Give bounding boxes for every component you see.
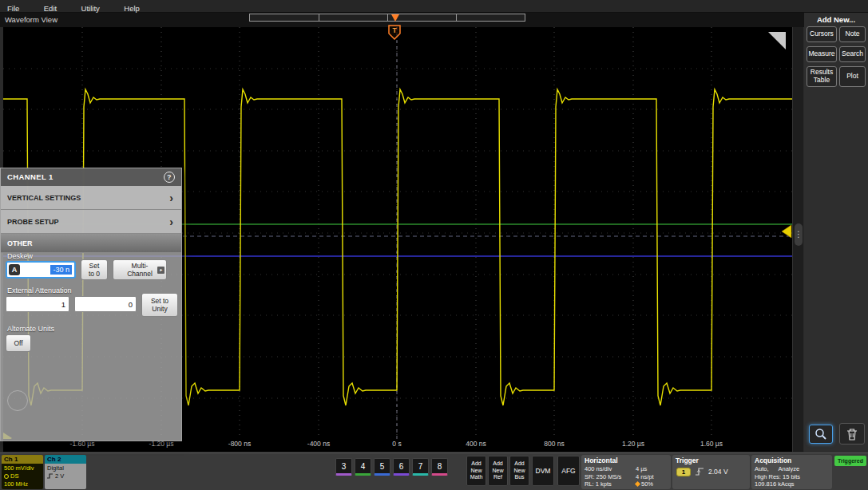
menu-utility[interactable]: Utility (81, 2, 100, 13)
add-math-l2: New (470, 468, 482, 475)
set-to-unity-label-1: Set to (151, 297, 168, 305)
ch2-threshold-row: 2 V (47, 472, 86, 480)
channel-5-button[interactable]: 5 (374, 458, 390, 476)
help-icon[interactable]: ? (164, 172, 175, 183)
waveform-view-title: Waveform View (5, 15, 57, 24)
horizontal-scale: 400 ns/div (585, 465, 636, 473)
vertical-settings-label: VERTICAL SETTINGS (7, 194, 81, 202)
set-to-zero-label-2: to 0 (89, 270, 100, 278)
attenuation-ratio-input[interactable] (6, 296, 69, 312)
add-new-math-button[interactable]: Add New Math (466, 456, 486, 486)
multi-channel-label-1: Multi- (132, 262, 149, 270)
chevron-right-icon: › (169, 210, 173, 234)
ch2-threshold: 2 V (55, 472, 64, 480)
set-to-unity-button[interactable]: Set to Unity (141, 293, 178, 317)
vertical-settings-row[interactable]: VERTICAL SETTINGS › (1, 186, 181, 210)
set-to-unity-label-2: Unity (152, 305, 167, 313)
trigger-position-overview-marker[interactable] (391, 14, 399, 22)
menu-edit[interactable]: Edit (44, 2, 57, 13)
probe-setup-row[interactable]: PROBE SETUP › (1, 210, 181, 234)
axis-label: 0 s (373, 440, 421, 448)
horizontal-title: Horizontal (585, 456, 671, 464)
channel-7-button[interactable]: 7 (412, 458, 429, 476)
scrollbar-handle[interactable]: ⋮ (795, 223, 803, 246)
draw-zoom-handle[interactable] (768, 32, 786, 49)
axis-label: -400 ns (295, 440, 343, 448)
cursors-button[interactable]: Cursors (807, 26, 837, 42)
channel-8-button[interactable]: 8 (431, 458, 448, 476)
dvm-button[interactable]: DVM (532, 456, 554, 486)
axis-label: 800 ns (530, 440, 578, 448)
knob-a-badge: A (9, 264, 20, 275)
deskew-label: Deskew (7, 252, 33, 260)
magnifier-icon (814, 428, 827, 441)
acquisition-panel[interactable]: Acquisition Auto,Analyze High Res: 15 bi… (751, 455, 832, 489)
add-new-ref-button[interactable]: Add New Ref (488, 456, 508, 486)
dialog-title-bar[interactable]: CHANNEL 1 ? (1, 168, 181, 186)
delete-button[interactable] (839, 423, 865, 445)
add-ref-l1: Add (493, 460, 502, 468)
attenuation-db-input[interactable] (74, 296, 137, 312)
note-button[interactable]: Note (839, 26, 866, 42)
add-math-l3: Math (470, 474, 483, 481)
svg-text:T: T (392, 26, 397, 34)
ch2-badge[interactable]: Ch 2 Digital 2 V (45, 455, 86, 489)
add-math-l1: Add (471, 460, 481, 468)
add-bus-l1: Add (514, 460, 524, 468)
timeline-overview[interactable] (249, 14, 525, 22)
trigger-panel[interactable]: Trigger 1 2.04 V (672, 455, 750, 489)
plot-scrollbar[interactable]: ⋮ (792, 27, 803, 452)
ch1-probe: DS (10, 472, 18, 480)
trigger-values: 1 2.04 V (672, 467, 750, 476)
threshold-icon (47, 473, 54, 479)
axis-label: 400 ns (452, 440, 500, 448)
acquisition-mode: Auto, (755, 465, 769, 472)
acquisition-values: Auto,Analyze High Res: 15 bits 109.816 k… (751, 465, 832, 488)
chevron-right-icon: › (169, 186, 173, 210)
channel-6-button[interactable]: 6 (393, 458, 410, 476)
channel-3-button[interactable]: 3 (335, 458, 352, 476)
acquisition-count: 109.816 kAcqs (755, 480, 832, 488)
add-ref-l2: New (492, 468, 503, 475)
alternate-units-toggle[interactable]: Off (6, 334, 31, 352)
set-to-zero-button[interactable]: Set to 0 (81, 259, 108, 280)
set-to-zero-label-1: Set (89, 262, 100, 270)
add-bus-l2: New (513, 468, 525, 475)
measure-button[interactable]: Measure (807, 46, 837, 62)
axis-label: 1.60 µs (688, 440, 735, 448)
trigger-flag-icon: T (388, 25, 401, 40)
trigger-title: Trigger (676, 456, 750, 464)
zoom-button[interactable] (809, 425, 833, 444)
probe-setup-label: PROBE SETUP (7, 218, 59, 226)
multi-channel-button[interactable]: Multi- Channel ▸ (113, 259, 167, 280)
search-button[interactable]: Search (839, 46, 866, 62)
trigger-position-flag[interactable]: T (388, 25, 401, 40)
ch1-details: 500 mV/div DS 100 MHz (2, 464, 43, 489)
channel-1-dialog: CHANNEL 1 ? VERTICAL SETTINGS › PROBE SE… (0, 168, 182, 441)
ch1-label: Ch 1 (2, 455, 43, 464)
plot-button[interactable]: Plot (839, 66, 866, 87)
trigger-source-badge: 1 (676, 468, 691, 476)
axis-label: 1.20 µs (609, 440, 657, 448)
rising-edge-icon (695, 467, 704, 476)
ch1-badge[interactable]: Ch 1 500 mV/div DS 100 MHz (2, 455, 43, 489)
channel-4-button[interactable]: 4 (355, 458, 371, 476)
ch1-scale: 500 mV/div (4, 464, 43, 472)
results-table-button[interactable]: Results Table (807, 66, 837, 87)
add-new-bus-button[interactable]: Add New Bus (509, 456, 529, 486)
acquisition-title: Acquisition (755, 456, 832, 464)
deskew-input[interactable]: A -30 n (6, 261, 76, 279)
overview-tick (319, 14, 319, 21)
deskew-value[interactable]: -30 n (50, 265, 72, 275)
resolution: 4 ns/pt (636, 473, 671, 481)
afg-button[interactable]: AFG (557, 456, 580, 486)
other-row[interactable]: OTHER (1, 234, 181, 253)
dialog-ghost-circle (7, 390, 28, 411)
acquisition-detail: High Res: 15 bits (755, 473, 832, 481)
menu-file[interactable]: File (7, 2, 19, 13)
ch2-label: Ch 2 (45, 455, 86, 464)
oscilloscope-app: File Edit Utility Help Waveform View (0, 0, 868, 490)
horizontal-panel[interactable]: Horizontal 400 ns/div 4 µs SR: 250 MS/s … (581, 455, 671, 489)
horizontal-values: 400 ns/div 4 µs SR: 250 MS/s 4 ns/pt RL:… (581, 465, 671, 488)
menu-help[interactable]: Help (124, 2, 140, 13)
